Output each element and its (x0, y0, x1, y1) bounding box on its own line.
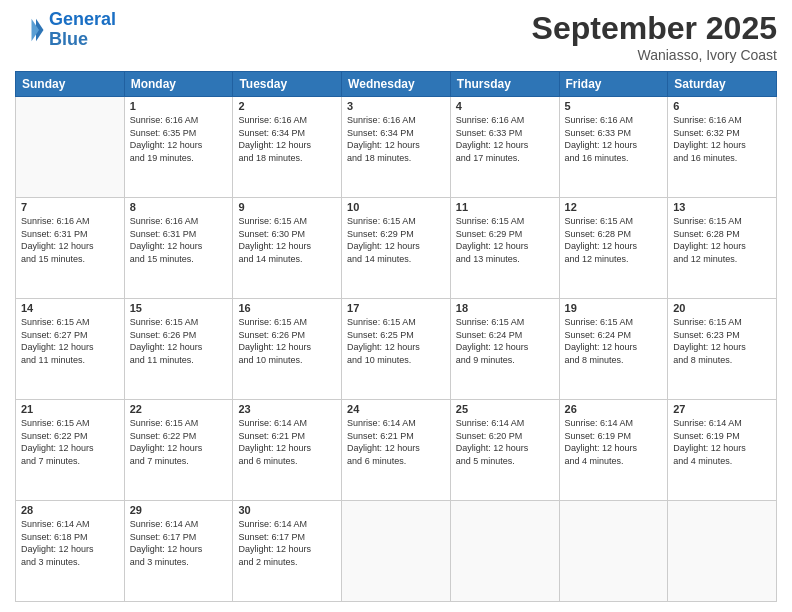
logo-icon (15, 15, 45, 45)
calendar-cell: 23Sunrise: 6:14 AM Sunset: 6:21 PM Dayli… (233, 400, 342, 501)
day-number: 14 (21, 302, 119, 314)
day-info: Sunrise: 6:15 AM Sunset: 6:29 PM Dayligh… (456, 215, 554, 265)
calendar-cell: 2Sunrise: 6:16 AM Sunset: 6:34 PM Daylig… (233, 97, 342, 198)
day-info: Sunrise: 6:15 AM Sunset: 6:27 PM Dayligh… (21, 316, 119, 366)
logo-line1: General (49, 9, 116, 29)
calendar-cell: 24Sunrise: 6:14 AM Sunset: 6:21 PM Dayli… (342, 400, 451, 501)
calendar-cell: 16Sunrise: 6:15 AM Sunset: 6:26 PM Dayli… (233, 299, 342, 400)
weekday-header: Tuesday (233, 72, 342, 97)
day-info: Sunrise: 6:14 AM Sunset: 6:20 PM Dayligh… (456, 417, 554, 467)
calendar-week-row: 14Sunrise: 6:15 AM Sunset: 6:27 PM Dayli… (16, 299, 777, 400)
day-info: Sunrise: 6:16 AM Sunset: 6:31 PM Dayligh… (21, 215, 119, 265)
day-info: Sunrise: 6:15 AM Sunset: 6:26 PM Dayligh… (130, 316, 228, 366)
day-info: Sunrise: 6:15 AM Sunset: 6:28 PM Dayligh… (673, 215, 771, 265)
calendar-cell: 12Sunrise: 6:15 AM Sunset: 6:28 PM Dayli… (559, 198, 668, 299)
day-info: Sunrise: 6:16 AM Sunset: 6:34 PM Dayligh… (238, 114, 336, 164)
calendar-week-row: 1Sunrise: 6:16 AM Sunset: 6:35 PM Daylig… (16, 97, 777, 198)
day-number: 19 (565, 302, 663, 314)
day-number: 2 (238, 100, 336, 112)
day-info: Sunrise: 6:16 AM Sunset: 6:35 PM Dayligh… (130, 114, 228, 164)
location: Waniasso, Ivory Coast (532, 47, 777, 63)
calendar-week-row: 21Sunrise: 6:15 AM Sunset: 6:22 PM Dayli… (16, 400, 777, 501)
logo-text: General Blue (49, 10, 116, 50)
day-info: Sunrise: 6:14 AM Sunset: 6:19 PM Dayligh… (673, 417, 771, 467)
calendar-cell: 14Sunrise: 6:15 AM Sunset: 6:27 PM Dayli… (16, 299, 125, 400)
day-info: Sunrise: 6:15 AM Sunset: 6:24 PM Dayligh… (456, 316, 554, 366)
calendar-cell (16, 97, 125, 198)
month-title: September 2025 (532, 10, 777, 47)
calendar-cell: 19Sunrise: 6:15 AM Sunset: 6:24 PM Dayli… (559, 299, 668, 400)
header: General Blue September 2025 Waniasso, Iv… (15, 10, 777, 63)
weekday-header: Wednesday (342, 72, 451, 97)
day-info: Sunrise: 6:14 AM Sunset: 6:19 PM Dayligh… (565, 417, 663, 467)
day-number: 28 (21, 504, 119, 516)
calendar-cell: 8Sunrise: 6:16 AM Sunset: 6:31 PM Daylig… (124, 198, 233, 299)
calendar-cell (559, 501, 668, 602)
day-number: 9 (238, 201, 336, 213)
day-number: 20 (673, 302, 771, 314)
day-number: 23 (238, 403, 336, 415)
day-info: Sunrise: 6:14 AM Sunset: 6:17 PM Dayligh… (130, 518, 228, 568)
calendar-cell: 25Sunrise: 6:14 AM Sunset: 6:20 PM Dayli… (450, 400, 559, 501)
day-number: 26 (565, 403, 663, 415)
day-info: Sunrise: 6:15 AM Sunset: 6:28 PM Dayligh… (565, 215, 663, 265)
logo: General Blue (15, 10, 116, 50)
weekday-header: Thursday (450, 72, 559, 97)
calendar-cell: 17Sunrise: 6:15 AM Sunset: 6:25 PM Dayli… (342, 299, 451, 400)
calendar-cell: 29Sunrise: 6:14 AM Sunset: 6:17 PM Dayli… (124, 501, 233, 602)
day-number: 11 (456, 201, 554, 213)
calendar-cell: 21Sunrise: 6:15 AM Sunset: 6:22 PM Dayli… (16, 400, 125, 501)
calendar-cell: 26Sunrise: 6:14 AM Sunset: 6:19 PM Dayli… (559, 400, 668, 501)
day-info: Sunrise: 6:16 AM Sunset: 6:34 PM Dayligh… (347, 114, 445, 164)
weekday-header: Saturday (668, 72, 777, 97)
calendar-cell: 4Sunrise: 6:16 AM Sunset: 6:33 PM Daylig… (450, 97, 559, 198)
day-number: 17 (347, 302, 445, 314)
calendar-cell: 18Sunrise: 6:15 AM Sunset: 6:24 PM Dayli… (450, 299, 559, 400)
calendar-cell: 5Sunrise: 6:16 AM Sunset: 6:33 PM Daylig… (559, 97, 668, 198)
day-number: 4 (456, 100, 554, 112)
day-number: 12 (565, 201, 663, 213)
calendar-header-row: SundayMondayTuesdayWednesdayThursdayFrid… (16, 72, 777, 97)
day-info: Sunrise: 6:14 AM Sunset: 6:21 PM Dayligh… (238, 417, 336, 467)
calendar-cell: 6Sunrise: 6:16 AM Sunset: 6:32 PM Daylig… (668, 97, 777, 198)
day-info: Sunrise: 6:15 AM Sunset: 6:29 PM Dayligh… (347, 215, 445, 265)
calendar-cell: 11Sunrise: 6:15 AM Sunset: 6:29 PM Dayli… (450, 198, 559, 299)
calendar-cell: 13Sunrise: 6:15 AM Sunset: 6:28 PM Dayli… (668, 198, 777, 299)
day-number: 24 (347, 403, 445, 415)
day-info: Sunrise: 6:15 AM Sunset: 6:24 PM Dayligh… (565, 316, 663, 366)
day-number: 21 (21, 403, 119, 415)
day-info: Sunrise: 6:14 AM Sunset: 6:18 PM Dayligh… (21, 518, 119, 568)
calendar-cell: 22Sunrise: 6:15 AM Sunset: 6:22 PM Dayli… (124, 400, 233, 501)
calendar-cell: 7Sunrise: 6:16 AM Sunset: 6:31 PM Daylig… (16, 198, 125, 299)
day-number: 7 (21, 201, 119, 213)
day-info: Sunrise: 6:15 AM Sunset: 6:26 PM Dayligh… (238, 316, 336, 366)
day-info: Sunrise: 6:15 AM Sunset: 6:25 PM Dayligh… (347, 316, 445, 366)
calendar-cell (668, 501, 777, 602)
day-number: 16 (238, 302, 336, 314)
day-number: 29 (130, 504, 228, 516)
day-info: Sunrise: 6:15 AM Sunset: 6:22 PM Dayligh… (21, 417, 119, 467)
day-info: Sunrise: 6:15 AM Sunset: 6:23 PM Dayligh… (673, 316, 771, 366)
day-number: 27 (673, 403, 771, 415)
calendar-cell: 1Sunrise: 6:16 AM Sunset: 6:35 PM Daylig… (124, 97, 233, 198)
weekday-header: Monday (124, 72, 233, 97)
calendar-week-row: 7Sunrise: 6:16 AM Sunset: 6:31 PM Daylig… (16, 198, 777, 299)
day-info: Sunrise: 6:15 AM Sunset: 6:22 PM Dayligh… (130, 417, 228, 467)
calendar-cell (342, 501, 451, 602)
day-info: Sunrise: 6:14 AM Sunset: 6:17 PM Dayligh… (238, 518, 336, 568)
day-number: 3 (347, 100, 445, 112)
calendar-cell (450, 501, 559, 602)
calendar-cell: 10Sunrise: 6:15 AM Sunset: 6:29 PM Dayli… (342, 198, 451, 299)
day-number: 25 (456, 403, 554, 415)
calendar-cell: 20Sunrise: 6:15 AM Sunset: 6:23 PM Dayli… (668, 299, 777, 400)
day-info: Sunrise: 6:16 AM Sunset: 6:31 PM Dayligh… (130, 215, 228, 265)
calendar-week-row: 28Sunrise: 6:14 AM Sunset: 6:18 PM Dayli… (16, 501, 777, 602)
calendar-cell: 30Sunrise: 6:14 AM Sunset: 6:17 PM Dayli… (233, 501, 342, 602)
calendar-cell: 9Sunrise: 6:15 AM Sunset: 6:30 PM Daylig… (233, 198, 342, 299)
day-number: 22 (130, 403, 228, 415)
calendar-cell: 28Sunrise: 6:14 AM Sunset: 6:18 PM Dayli… (16, 501, 125, 602)
day-number: 1 (130, 100, 228, 112)
weekday-header: Friday (559, 72, 668, 97)
day-number: 6 (673, 100, 771, 112)
day-number: 15 (130, 302, 228, 314)
